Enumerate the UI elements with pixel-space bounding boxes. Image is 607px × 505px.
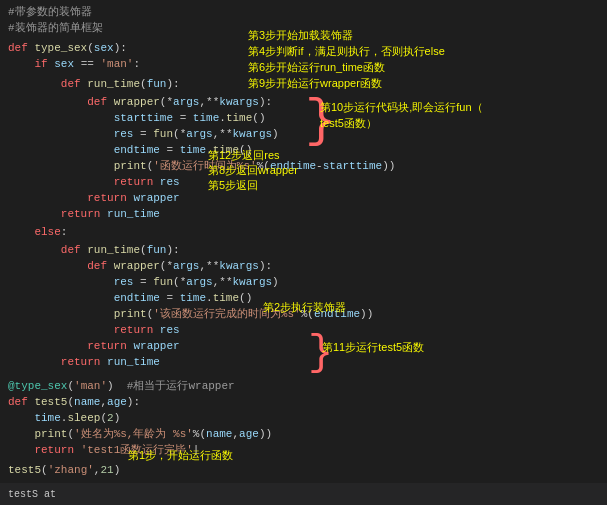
editor-area: #带参数的装饰器 #装饰器的简单框架 def type_sex(sex): if… — [0, 0, 607, 505]
status-text: testS at — [8, 489, 56, 500]
status-bar: testS at — [0, 483, 607, 505]
